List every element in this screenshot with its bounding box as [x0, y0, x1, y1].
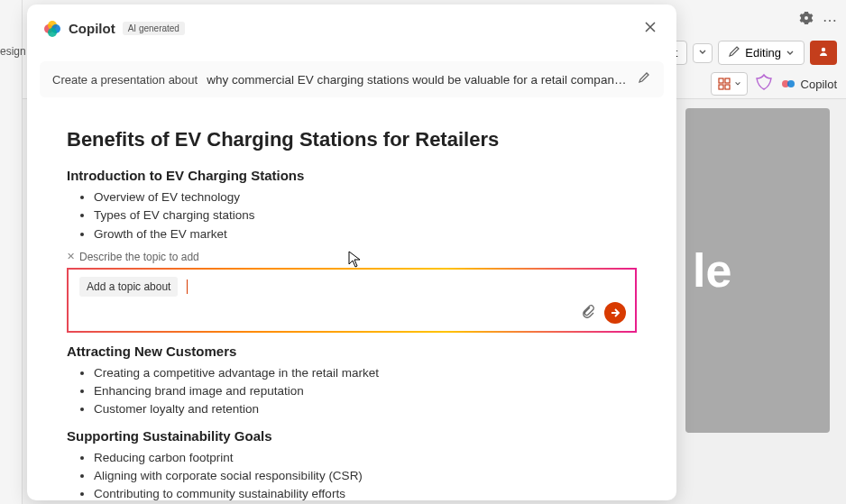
list-item: Overview of EV technology: [94, 188, 637, 206]
list-item: Aligning with corporate social responsib…: [94, 467, 637, 485]
add-topic-hint-row: ✕ Describe the topic to add: [67, 251, 637, 263]
list-item: Customer loyalty and retention: [94, 400, 637, 418]
present-dropdown[interactable]: [693, 43, 713, 63]
attach-icon[interactable]: [581, 304, 595, 322]
bullet-list: Overview of EV technology Types of EV ch…: [67, 188, 637, 243]
editing-label: Editing: [745, 46, 781, 60]
ai-generated-badge: AI generated: [123, 22, 185, 35]
prompt-prefix: Create a presentation about: [52, 73, 198, 87]
section-heading: Introduction to EV Charging Stations: [67, 168, 637, 183]
editing-button[interactable]: Editing: [718, 41, 805, 65]
bullet-list: Creating a competitive advantage in the …: [67, 364, 637, 419]
design-tab-fragment[interactable]: esign: [0, 45, 26, 58]
svg-rect-3: [725, 78, 730, 83]
outline-content: Benefits of EV Charging Stations for Ret…: [27, 106, 676, 500]
topic-input-container[interactable]: Add a topic about: [67, 268, 637, 333]
outline-card: Benefits of EV Charging Stations for Ret…: [40, 106, 664, 500]
designer-icon[interactable]: [755, 73, 773, 95]
section-heading: Attracting New Customers: [67, 344, 637, 359]
section-heading: Supporting Sustainability Goals: [67, 428, 637, 444]
svg-point-7: [787, 80, 795, 87]
copilot-panel: Copilot AI generated Create a presentati…: [27, 5, 676, 500]
list-item: Enhancing brand image and reputation: [94, 382, 637, 400]
pencil-icon: [728, 45, 740, 60]
slide-preview[interactable]: le: [685, 108, 830, 433]
grid-view-button[interactable]: [711, 72, 748, 96]
prompt-bar[interactable]: Create a presentation about why commerci…: [40, 61, 664, 97]
list-item: Contributing to community sustainability…: [94, 485, 637, 500]
dismiss-hint-icon[interactable]: ✕: [67, 251, 75, 262]
window-controls: ⋯: [799, 11, 837, 29]
slide-title-fragment: le: [693, 243, 731, 298]
copilot-logo-icon: [43, 20, 61, 38]
list-item: Growth of the EV market: [94, 225, 637, 243]
more-icon[interactable]: ⋯: [823, 12, 837, 29]
text-cursor: [187, 279, 188, 294]
svg-point-1: [822, 48, 825, 51]
panel-title: Copilot: [69, 21, 115, 36]
list-item: Creating a competitive advantage in the …: [94, 364, 637, 382]
prompt-text: why commercial EV charging stations woul…: [207, 73, 628, 87]
bullet-list: Reducing carbon footprint Aligning with …: [67, 449, 637, 501]
svg-point-11: [48, 28, 57, 37]
settings-icon[interactable]: [799, 11, 814, 29]
add-topic-hint: Describe the topic to add: [79, 251, 199, 263]
outline-title: Benefits of EV Charging Stations for Ret…: [67, 128, 637, 151]
copilot-ribbon-button[interactable]: Copilot: [780, 76, 837, 92]
topic-pill: Add a topic about: [79, 277, 178, 297]
list-item: Types of EV charging stations: [94, 206, 637, 225]
close-icon[interactable]: [640, 15, 660, 41]
svg-rect-4: [719, 85, 723, 89]
share-button[interactable]: [810, 41, 837, 65]
secondary-toolbar: Copilot: [711, 72, 837, 96]
svg-rect-2: [719, 78, 723, 83]
edit-prompt-icon[interactable]: [637, 70, 651, 88]
svg-rect-5: [725, 85, 730, 89]
copilot-ribbon-label: Copilot: [801, 78, 837, 91]
panel-header: Copilot AI generated: [27, 5, 676, 49]
left-panel-strip: esign: [0, 0, 23, 504]
submit-topic-button[interactable]: [604, 302, 626, 324]
list-item: Reducing carbon footprint: [94, 449, 637, 467]
